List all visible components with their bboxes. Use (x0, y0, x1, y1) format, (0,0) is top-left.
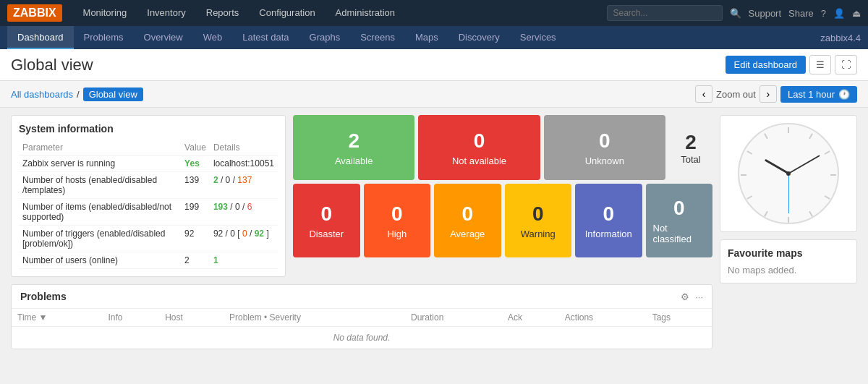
triggers-prefix: 92 / 0 [ (213, 229, 240, 239)
fullscreen-button[interactable]: ⛶ (835, 55, 857, 74)
list-view-button[interactable]: ☰ (809, 55, 831, 74)
stat-not-available: 0 Not available (418, 115, 540, 180)
col-problem-severity: Problem • Severity (224, 309, 405, 327)
param-users: Number of users (online) (19, 252, 181, 269)
main-content: System information Parameter Value Detai… (0, 108, 868, 357)
top-section: System information Parameter Value Detai… (11, 115, 712, 277)
share-link[interactable]: Share (788, 8, 814, 19)
left-panel: System information Parameter Value Detai… (11, 115, 712, 349)
availability-stats: 2 Available 0 Not available 0 Unknown 2 … (293, 115, 712, 277)
triggers-sep: / (250, 229, 255, 239)
col-host: Host (159, 309, 224, 327)
search-icon[interactable]: 🔍 (730, 8, 741, 19)
breadcrumb-parent[interactable]: All dashboards (11, 89, 73, 100)
col-actions: Actions (559, 309, 647, 327)
subnav-problems[interactable]: Problems (74, 26, 134, 49)
search-input[interactable] (607, 5, 723, 21)
problems-table: Time ▼ Info Host Problem • Severity Dura… (12, 309, 712, 349)
items-notsupported: 6 (247, 202, 252, 212)
problems-panel: Problems ⚙ ··· Time ▼ Info Host Problem … (11, 284, 712, 349)
table-row: Number of users (online) 2 1 (19, 252, 278, 269)
items-sep2: / (242, 202, 247, 212)
clock-panel (720, 115, 857, 232)
col-tags: Tags (647, 309, 712, 327)
favourite-maps-panel: Favourite maps No maps added. (720, 239, 857, 283)
clock-face (738, 123, 839, 224)
no-data-message: No data found. (12, 327, 712, 349)
stat-high-num: 0 (391, 202, 403, 226)
table-row: No data found. (12, 327, 712, 349)
val-triggers: 92 (181, 226, 210, 252)
nav-inventory[interactable]: Inventory (137, 0, 195, 26)
stat-unknown-num: 0 (599, 129, 610, 153)
triggers-suffix: ] (266, 229, 268, 239)
nav-configuration[interactable]: Configuration (249, 0, 325, 26)
stat-available-label: Available (335, 155, 373, 166)
hosts-enabled: 2 (213, 175, 218, 185)
top-nav-right: 🔍 Support Share ? 👤 ⏏ (607, 5, 861, 21)
right-panel: Favourite maps No maps added. (720, 115, 857, 349)
subnav-screens[interactable]: Screens (350, 26, 405, 49)
zoom-next-button[interactable]: › (760, 85, 777, 103)
system-info-panel: System information Parameter Value Detai… (11, 115, 286, 277)
param-server-running: Zabbix server is running (19, 155, 181, 172)
clock-center (786, 171, 791, 176)
support-link[interactable]: Support (749, 8, 782, 19)
breadcrumb-separator: / (77, 89, 80, 100)
logo: ZABBIX (7, 4, 62, 22)
subnav-graphs[interactable]: Graphs (299, 26, 351, 49)
page-header-actions: Edit dashboard ☰ ⛶ (726, 55, 857, 74)
stat-info-label: Information (585, 229, 632, 239)
table-row: Number of items (enabled/disabled/not su… (19, 199, 278, 226)
subnav-latest-data[interactable]: Latest data (232, 26, 299, 49)
nav-administration[interactable]: Administration (326, 0, 405, 26)
problems-header: Problems ⚙ ··· (12, 285, 712, 309)
table-row: Number of triggers (enabled/disabled [pr… (19, 226, 278, 252)
second-hand (788, 174, 789, 213)
stat-average-label: Average (450, 229, 485, 239)
problems-menu-icon[interactable]: ··· (695, 291, 703, 302)
problems-settings-icon[interactable]: ⚙ (681, 291, 689, 302)
stat-info-num: 0 (603, 202, 614, 226)
last-hour-button[interactable]: Last 1 hour 🕐 (780, 86, 857, 103)
breadcrumb-bar: All dashboards / Global view ‹ Zoom out … (0, 81, 868, 108)
zoom-controls: ‹ Zoom out › Last 1 hour 🕐 (695, 85, 857, 103)
edit-dashboard-button[interactable]: Edit dashboard (726, 56, 806, 74)
subnav-dashboard[interactable]: Dashboard (7, 26, 74, 49)
val-items: 199 (181, 199, 210, 226)
col-ack: Ack (502, 309, 559, 327)
user-icon[interactable]: 👤 (833, 8, 845, 19)
stat-notavail-num: 0 (474, 129, 485, 153)
triggers-ok: 92 (255, 229, 264, 239)
system-info-table: Parameter Value Details Zabbix server is… (19, 140, 278, 269)
stat-warning-label: Warning (521, 229, 556, 239)
stat-notclass-label: Not classified (653, 223, 706, 244)
col-info: Info (102, 309, 159, 327)
subnav-services[interactable]: Services (510, 26, 566, 49)
subnav-web[interactable]: Web (193, 26, 233, 49)
table-row: Number of hosts (enabled/disabled /templ… (19, 172, 278, 199)
stat-unknown: 0 Unknown (544, 115, 665, 180)
detail-hosts: 2 / 0 / 137 (210, 172, 278, 199)
col-value: Value (181, 140, 210, 155)
subnav-overview[interactable]: Overview (134, 26, 193, 49)
stat-notclass-num: 0 (673, 197, 685, 220)
subnav-maps[interactable]: Maps (405, 26, 448, 49)
nav-reports[interactable]: Reports (196, 0, 250, 26)
stat-total-num: 2 (685, 131, 697, 154)
nav-monitoring[interactable]: Monitoring (73, 0, 137, 26)
fav-maps-empty: No maps added. (728, 265, 849, 276)
param-triggers: Number of triggers (enabled/disabled [pr… (19, 226, 181, 252)
hosts-sep1: / 0 / (221, 175, 237, 185)
detail-triggers: 92 / 0 [ 0 / 92 ] (210, 226, 278, 252)
problems-actions: ⚙ ··· (681, 291, 703, 302)
help-icon[interactable]: ? (821, 8, 826, 19)
minute-hand (788, 155, 820, 174)
col-time[interactable]: Time ▼ (12, 309, 102, 327)
hour-hand (764, 159, 788, 175)
subnav-discovery[interactable]: Discovery (448, 26, 510, 49)
top-nav-links: Monitoring Inventory Reports Configurati… (73, 0, 607, 26)
problems-title: Problems (20, 291, 67, 302)
zoom-prev-button[interactable]: ‹ (695, 85, 712, 103)
logout-icon[interactable]: ⏏ (852, 8, 861, 19)
